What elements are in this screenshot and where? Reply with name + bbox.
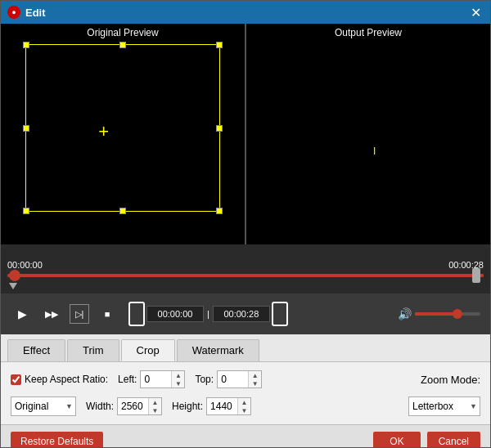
timeline-thumb[interactable]: [9, 270, 20, 281]
width-field-group: Width: ▲ ▼: [86, 397, 162, 415]
aspect-ratio-select[interactable]: Original 16:9 4:3 1:1: [11, 396, 76, 416]
crop-handle-tl[interactable]: [23, 42, 29, 48]
timeline-track: [7, 274, 484, 277]
step-forward-button[interactable]: ▶▶: [40, 302, 63, 325]
width-spinbox[interactable]: ▲ ▼: [117, 397, 162, 415]
tab-trim[interactable]: Trim: [67, 339, 119, 361]
controls-bar: ▶ ▶▶ ▷| ■ 00:00:00 | 00:00:28 🔊: [1, 293, 490, 334]
height-spinbox-down[interactable]: ▼: [238, 406, 250, 414]
stop-button[interactable]: ■: [96, 302, 119, 325]
keep-aspect-ratio-checkbox[interactable]: [11, 374, 21, 385]
left-field-group: Left: ▲ ▼: [118, 370, 185, 388]
left-spinbox[interactable]: ▲ ▼: [140, 370, 185, 388]
crop-content: Keep Aspect Ratio: Left: ▲ ▼ Top:: [1, 362, 490, 424]
aspect-ratio-wrapper: Original 16:9 4:3 1:1 ▼: [11, 396, 76, 416]
volume-fill: [415, 312, 454, 316]
current-time-display: 00:00:00: [146, 306, 204, 322]
output-cursor-icon: I: [373, 146, 376, 157]
play-button[interactable]: ▶: [11, 302, 34, 325]
app-icon: ●: [7, 6, 20, 19]
phone-icon-right: [272, 302, 288, 326]
left-spinbox-up[interactable]: ▲: [172, 371, 184, 379]
top-spinbox-up[interactable]: ▲: [249, 371, 261, 379]
height-field-group: Height: ▲ ▼: [172, 397, 251, 415]
letterbox-wrapper: Letterbox Pan & Scan Full ▼: [408, 396, 480, 416]
crop-handle-mr[interactable]: [216, 125, 223, 132]
height-spinbox-up[interactable]: ▲: [238, 398, 250, 406]
frame-step-button[interactable]: ▷|: [70, 304, 89, 324]
top-field-group: Top: ▲ ▼: [195, 370, 262, 388]
output-preview-label: Output Preview: [246, 24, 490, 42]
width-label: Width:: [86, 401, 114, 412]
crop-row1: Keep Aspect Ratio: Left: ▲ ▼ Top:: [11, 370, 480, 388]
letterbox-wrapper-container: Letterbox Pan & Scan Full ▼: [408, 396, 480, 416]
width-spinbox-arrows: ▲ ▼: [148, 398, 161, 414]
top-spinbox[interactable]: ▲ ▼: [217, 370, 262, 388]
left-spinbox-down[interactable]: ▼: [172, 379, 184, 388]
volume-area: 🔊: [398, 307, 480, 320]
volume-slider[interactable]: [415, 308, 480, 320]
timeline-area: 00:00:00 00:00:28: [1, 244, 490, 293]
crop-handle-br[interactable]: [216, 208, 223, 214]
crop-handle-bl[interactable]: [23, 208, 29, 214]
bottom-bar: Restore Defaults OK Cancel: [1, 424, 490, 448]
timeline-start-time: 00:00:00: [7, 260, 43, 270]
top-spinbox-arrows: ▲ ▼: [248, 371, 261, 388]
volume-thumb[interactable]: [453, 309, 462, 319]
keep-aspect-ratio-label[interactable]: Keep Aspect Ratio:: [11, 374, 108, 385]
title-bar: ● Edit ✕: [1, 1, 490, 24]
width-spinbox-up[interactable]: ▲: [149, 398, 161, 406]
crop-handle-bm[interactable]: [119, 208, 126, 214]
timeline-start-marker: [9, 283, 17, 289]
restore-defaults-button[interactable]: Restore Defaults: [11, 432, 103, 449]
original-preview-label: Original Preview: [1, 24, 245, 42]
crop-overlay[interactable]: [25, 44, 220, 212]
width-spinbox-down[interactable]: ▼: [149, 406, 161, 414]
timeline-slider[interactable]: [7, 270, 484, 281]
zoom-mode-label-container: Zoom Mode:: [421, 374, 480, 386]
tab-crop[interactable]: Crop: [121, 339, 175, 361]
left-label: Left:: [118, 374, 137, 385]
crop-handle-tr[interactable]: [216, 42, 223, 48]
zoom-mode-label: Zoom Mode:: [421, 374, 480, 386]
time-separator: |: [205, 309, 211, 319]
top-spinbox-down[interactable]: ▼: [249, 379, 261, 388]
dialog-title: Edit: [25, 7, 467, 19]
height-label: Height:: [172, 401, 203, 412]
ok-cancel-group: OK Cancel: [373, 432, 480, 449]
timeline-end-marker[interactable]: [472, 268, 480, 283]
edit-dialog: ● Edit ✕ Original Preview + O: [0, 0, 491, 448]
crop-handle-tm[interactable]: [119, 42, 126, 48]
crop-row2: Original 16:9 4:3 1:1 ▼ Width: ▲ ▼: [11, 396, 480, 416]
left-spinbox-arrows: ▲ ▼: [171, 371, 184, 388]
preview-area: Original Preview + Output Preview I: [1, 24, 490, 244]
volume-icon: 🔊: [398, 307, 412, 320]
timeline-time-row: 00:00:00 00:00:28: [7, 257, 484, 270]
output-preview: Output Preview I: [246, 24, 490, 244]
letterbox-select[interactable]: Letterbox Pan & Scan Full: [408, 396, 480, 416]
duration-display: 00:00:28: [213, 306, 270, 322]
tabs-row: Effect Trim Crop Watermark: [1, 334, 490, 362]
ok-button[interactable]: OK: [373, 432, 420, 449]
crosshair-icon: +: [98, 121, 109, 142]
tab-watermark[interactable]: Watermark: [177, 339, 259, 361]
crop-handle-ml[interactable]: [23, 125, 29, 132]
volume-track: [415, 312, 480, 316]
height-spinbox-arrows: ▲ ▼: [237, 398, 250, 414]
tab-effect[interactable]: Effect: [7, 339, 65, 361]
timeline-fill: [7, 274, 484, 277]
cancel-button[interactable]: Cancel: [427, 432, 480, 449]
original-preview: Original Preview +: [1, 24, 245, 244]
top-label: Top:: [195, 374, 214, 385]
phone-icon-left: [128, 302, 145, 326]
close-button[interactable]: ✕: [467, 4, 484, 20]
height-spinbox[interactable]: ▲ ▼: [206, 397, 251, 415]
